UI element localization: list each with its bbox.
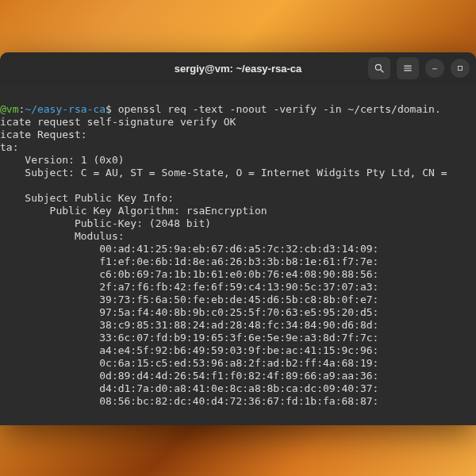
prompt-user-host: @vm (0, 103, 18, 115)
prompt-path: ~/easy-rsa-ca (25, 103, 106, 115)
titlebar-controls (368, 57, 470, 79)
output-line: Public-Key: (2048 bit) (0, 217, 211, 229)
maximize-icon (456, 64, 464, 72)
search-button[interactable] (368, 57, 390, 79)
modulus-line: f1:ef:0e:6b:1d:8e:a6:26:b3:3b:b8:1e:61:f… (0, 255, 378, 267)
output-line: Subject Public Key Info: (0, 192, 174, 204)
modulus-line: 39:73:f5:6a:50:fe:eb:de:45:d6:5b:c8:8b:0… (0, 294, 378, 305)
titlebar: sergiy@vm: ~/easy-rsa-ca (0, 52, 476, 84)
output-line: icate Request: (0, 129, 87, 140)
svg-line-1 (381, 70, 384, 73)
modulus-line: 0d:89:d4:4d:26:54:f1:f0:82:4f:89:66:a9:a… (0, 370, 378, 382)
modulus-line: 38:c9:85:31:88:24:ad:28:48:fc:34:84:90:d… (0, 319, 378, 331)
output-line: Subject: C = AU, ST = Some-State, O = In… (0, 167, 453, 178)
output-line: Version: 1 (0x0) (0, 154, 125, 166)
output-line: ta: (0, 141, 18, 153)
terminal-body[interactable]: @vm:~/easy-rsa-ca$ openssl req -text -no… (0, 84, 476, 425)
modulus-line: 33:6c:07:fd:b9:19:65:3f:6e:5e:9e:a3:8d:7… (0, 332, 378, 344)
minimize-button[interactable] (425, 59, 444, 78)
modulus-line: 2f:a7:f6:fb:42:fe:6f:59:c4:13:90:5c:37:0… (0, 281, 378, 293)
maximize-button[interactable] (451, 59, 470, 78)
modulus-line: a4:e4:5f:92:b6:49:59:03:9f:be:ac:41:15:9… (0, 344, 378, 356)
modulus-line: 97:5a:f4:40:8b:9b:c0:25:5f:70:63:e5:95:2… (0, 306, 378, 318)
modulus-line: 08:56:bc:82:dc:40:d4:72:36:67:fd:1b:fa:6… (0, 395, 378, 407)
terminal-window: sergiy@vm: ~/easy-rsa-ca @vm:~/easy-rsa-… (0, 52, 476, 425)
output-line: Modulus: (0, 230, 125, 242)
command-text: openssl req -text -noout -verify -in ~/c… (112, 103, 441, 115)
prompt-dollar: $ (106, 103, 112, 115)
menu-button[interactable] (397, 57, 419, 79)
output-line: Public Key Algorithm: rsaEncryption (0, 205, 267, 217)
prompt-line: @vm:~/easy-rsa-ca$ openssl req -text -no… (0, 103, 441, 115)
modulus-line: c6:0b:69:7a:1b:1b:61:e0:0b:76:e4:08:90:8… (0, 268, 378, 280)
modulus-line: d4:d1:7a:d0:a8:41:0e:8c:a8:8b:ca:dc:09:4… (0, 382, 378, 394)
modulus-line: 00:ad:41:25:9a:eb:67:d6:a5:7c:32:cb:d3:1… (0, 243, 378, 255)
output-line: icate request self-signature verify OK (0, 116, 236, 128)
window-title: sergiy@vm: ~/easy-rsa-ca (175, 63, 301, 75)
hamburger-icon (402, 63, 413, 74)
search-icon (374, 63, 385, 74)
minimize-icon (431, 64, 439, 72)
svg-point-0 (375, 64, 381, 70)
modulus-line: 0c:6a:15:c5:ed:53:96:a8:2f:ad:b2:ff:4a:6… (0, 357, 378, 369)
svg-rect-6 (459, 67, 463, 71)
